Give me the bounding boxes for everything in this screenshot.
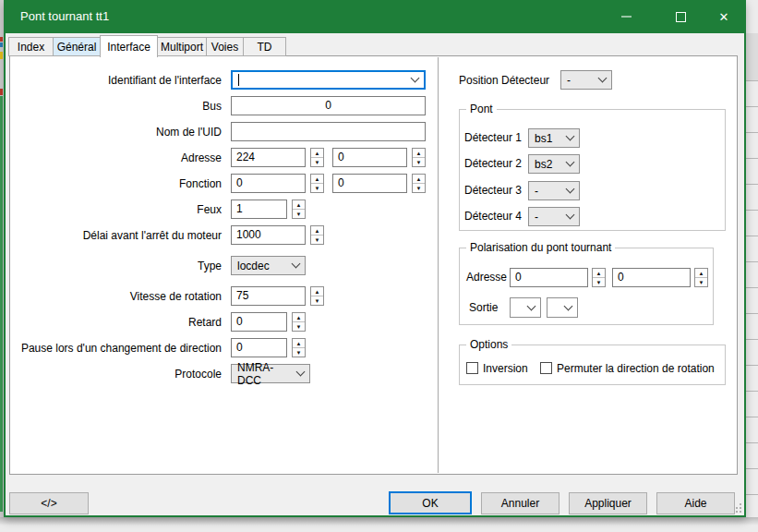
function-spinner-1[interactable]: ▲▼ [310, 174, 324, 193]
motor-stop-delay-input[interactable]: 1000 [231, 225, 306, 245]
permute-checkbox[interactable] [540, 362, 552, 374]
bus-input[interactable]: 0 [231, 96, 426, 115]
function-label: Fonction [14, 177, 222, 191]
spin-down-icon[interactable]: ▼ [413, 184, 425, 192]
spin-down-icon[interactable]: ▼ [311, 184, 323, 192]
spin-up-icon[interactable]: ▲ [293, 200, 305, 210]
tab-index[interactable]: Index [8, 37, 54, 56]
minimize-button[interactable] [610, 0, 642, 33]
spin-down-icon[interactable]: ▼ [293, 348, 305, 357]
tab-interface[interactable]: Interface [100, 35, 158, 57]
pause-spinner[interactable]: ▲▼ [292, 338, 306, 357]
motor-stop-delay-spinner[interactable]: ▲▼ [310, 225, 324, 245]
background-app-table-rows [746, 81, 758, 532]
spin-down-icon[interactable]: ▼ [311, 296, 323, 305]
detector-1-dropdown[interactable]: bs1 [528, 128, 580, 148]
interface-id-combobox[interactable] [231, 70, 426, 90]
spin-up-icon[interactable]: ▲ [311, 175, 323, 184]
spin-down-icon[interactable]: ▼ [293, 322, 305, 331]
lights-input[interactable]: 1 [231, 200, 287, 219]
spin-down-icon[interactable]: ▼ [311, 158, 323, 166]
function-spinner-2[interactable]: ▲▼ [412, 174, 426, 193]
chevron-down-icon[interactable] [411, 74, 420, 83]
spin-up-icon[interactable]: ▲ [593, 269, 605, 278]
uid-name-label: Nom de l'UID [14, 126, 222, 139]
spin-up-icon[interactable]: ▲ [695, 269, 707, 278]
options-group-title: Options [466, 338, 511, 352]
background-app-table-header [746, 33, 758, 81]
tab-label: Index [18, 41, 44, 54]
spin-down-icon[interactable]: ▼ [293, 210, 305, 218]
spin-up-icon[interactable]: ▲ [311, 287, 323, 296]
maximize-button[interactable] [665, 0, 696, 33]
polarisation-address-spinner-2[interactable]: ▲▼ [694, 268, 708, 287]
interface-id-label: Identifiant de l'interface [14, 74, 222, 88]
help-button[interactable]: Aide [656, 492, 735, 514]
detector-3-dropdown[interactable]: - [528, 181, 580, 200]
chevron-down-icon [566, 211, 575, 220]
retard-input[interactable]: 0 [231, 312, 287, 332]
polarisation-group-title: Polarisation du pont tournant [466, 241, 615, 255]
ok-button[interactable]: OK [389, 491, 472, 514]
chevron-down-icon [292, 260, 301, 269]
spin-up-icon[interactable]: ▲ [311, 149, 323, 158]
detector-4-label: Détecteur 4 [464, 210, 522, 224]
detector-1-label: Détecteur 1 [464, 131, 522, 145]
function-input-2[interactable]: 0 [332, 174, 407, 193]
spin-up-icon[interactable]: ▲ [293, 313, 305, 322]
polarisation-address-label: Adresse [466, 271, 507, 284]
function-input-1[interactable]: 0 [231, 174, 306, 193]
spin-down-icon[interactable]: ▼ [413, 158, 425, 166]
address-input-2[interactable]: 0 [332, 148, 407, 167]
vertical-separator [438, 57, 439, 473]
protocol-dropdown[interactable]: NMRA-DCC [231, 364, 310, 383]
address-label: Adresse [14, 151, 222, 165]
tab-td[interactable]: TD [243, 37, 286, 56]
address-input-1[interactable]: 224 [231, 148, 306, 167]
permute-label: Permuter la direction de rotation [557, 362, 715, 376]
spin-up-icon[interactable]: ▲ [293, 339, 305, 348]
spin-up-icon[interactable]: ▲ [413, 149, 425, 158]
sortie-dropdown-2[interactable] [547, 297, 578, 318]
cancel-button[interactable]: Annuler [481, 492, 559, 514]
address-spinner-2[interactable]: ▲▼ [412, 148, 426, 167]
tab-multiport[interactable]: Multiport [157, 37, 207, 56]
protocol-label: Protocole [14, 368, 222, 381]
sortie-dropdown-1[interactable] [510, 297, 541, 318]
polarisation-address-input-2[interactable]: 0 [612, 268, 691, 287]
pause-input[interactable]: 0 [231, 338, 287, 357]
rotation-speed-label: Vitesse de rotation [14, 290, 222, 304]
window-title: Pont tournant tt1 [20, 9, 109, 23]
polarisation-address-spinner-1[interactable]: ▲▼ [592, 268, 606, 287]
detector-2-dropdown[interactable]: bs2 [528, 154, 580, 174]
spin-down-icon[interactable]: ▼ [311, 236, 323, 244]
sortie-label: Sortie [469, 301, 498, 315]
rotation-speed-spinner[interactable]: ▲▼ [310, 286, 324, 306]
detector-2-value: bs2 [535, 158, 552, 171]
apply-button[interactable]: Appliquer [569, 492, 647, 514]
lights-spinner[interactable]: ▲▼ [292, 200, 306, 219]
close-icon: ✕ [719, 11, 729, 23]
code-button[interactable]: </> [9, 492, 89, 514]
close-button[interactable]: ✕ [708, 0, 740, 33]
inversion-checkbox[interactable] [466, 362, 478, 374]
position-detector-dropdown[interactable]: - [560, 70, 612, 90]
inversion-label: Inversion [483, 362, 528, 376]
background-fragment [0, 96, 3, 512]
address-spinner-1[interactable]: ▲▼ [310, 148, 324, 167]
background-fragment [0, 52, 3, 59]
rotation-speed-input[interactable]: 75 [231, 286, 306, 306]
spin-down-icon[interactable]: ▼ [593, 278, 605, 286]
tab-voies[interactable]: Voies [206, 37, 244, 56]
spin-up-icon[interactable]: ▲ [413, 175, 425, 184]
tab-label: TD [258, 41, 272, 54]
uid-name-input[interactable] [231, 122, 426, 141]
retard-spinner[interactable]: ▲▼ [292, 312, 306, 332]
spin-up-icon[interactable]: ▲ [311, 226, 323, 236]
spin-down-icon[interactable]: ▼ [695, 278, 707, 286]
type-dropdown[interactable]: locdec [231, 256, 306, 275]
polarisation-address-input-1[interactable]: 0 [510, 268, 588, 287]
tab-general[interactable]: Général [53, 37, 101, 56]
detector-4-dropdown[interactable]: - [528, 207, 580, 226]
background-fragment [0, 89, 3, 95]
